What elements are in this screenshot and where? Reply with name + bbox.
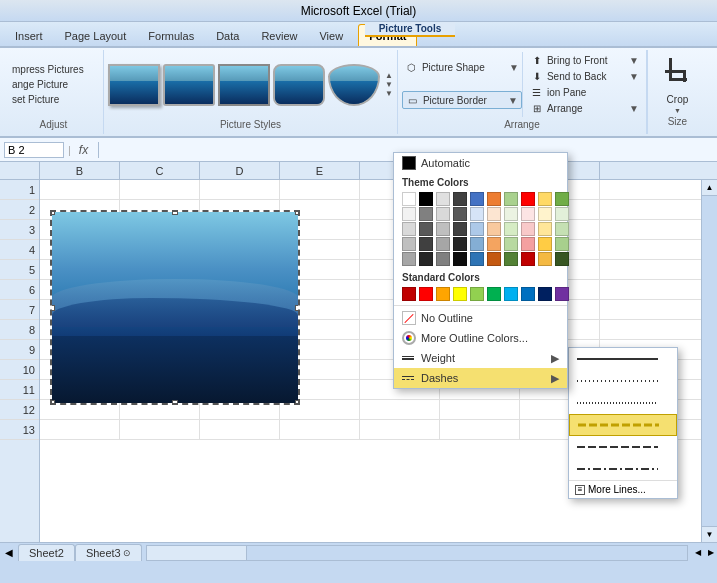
theme-color-44[interactable] [470,252,484,266]
row-12[interactable]: 12 [0,400,39,420]
h-scroll-thumb[interactable] [147,546,247,560]
dash-dotted1[interactable] [569,370,677,392]
handle-mr[interactable] [295,305,300,311]
vertical-scrollbar[interactable]: ▲ ▼ [701,180,717,542]
std-color-3[interactable] [453,287,467,301]
dash-dashed-selected[interactable] [569,414,677,436]
row-13[interactable]: 13 [0,420,39,440]
theme-color-49[interactable] [555,252,569,266]
theme-color-14[interactable] [470,207,484,221]
tab-formulas[interactable]: Formulas [137,24,205,46]
theme-color-13[interactable] [453,207,467,221]
style-thumb-3[interactable] [218,64,270,106]
tab-view[interactable]: View [308,24,354,46]
arrange-btn[interactable]: ⊞ Arrange ▼ [527,101,642,117]
style-thumb-4[interactable] [273,64,325,106]
dropdown-automatic[interactable]: Automatic [394,153,567,173]
theme-color-29[interactable] [555,222,569,236]
row-6[interactable]: 6 [0,280,39,300]
style-scroll[interactable]: ▲ ▼ ▼ [385,71,393,98]
spreadsheet-image[interactable] [50,210,300,405]
tab-insert[interactable]: Insert [4,24,54,46]
style-thumb-1[interactable] [108,64,160,106]
theme-color-39[interactable] [555,237,569,251]
std-color-0[interactable] [402,287,416,301]
more-lines-btn[interactable]: ≡ More Lines... [569,480,677,498]
more-outline-colors-item[interactable]: More Outline Colors... [394,328,567,348]
theme-color-0[interactable] [402,192,416,206]
theme-color-7[interactable] [521,192,535,206]
row-4[interactable]: 4 [0,240,39,260]
theme-color-6[interactable] [504,192,518,206]
theme-color-20[interactable] [402,222,416,236]
h-scroll-right[interactable]: ▶ [705,548,717,557]
dash-dot[interactable] [569,458,677,480]
picture-border-btn[interactable]: ▭ Picture Border ▼ [402,91,522,109]
sheet2-tab[interactable]: Sheet2 [18,544,75,561]
dash-solid[interactable] [569,348,677,370]
theme-color-34[interactable] [470,237,484,251]
change-picture-btn[interactable]: ange Picture [8,78,99,91]
std-color-2[interactable] [436,287,450,301]
picture-shape-btn[interactable]: ⬡ Picture Shape ▼ [402,60,522,76]
scroll-up[interactable]: ▲ [702,180,717,196]
row-5[interactable]: 5 [0,260,39,280]
theme-color-19[interactable] [555,207,569,221]
theme-color-10[interactable] [402,207,416,221]
theme-color-15[interactable] [487,207,501,221]
std-color-1[interactable] [419,287,433,301]
theme-color-32[interactable] [436,237,450,251]
theme-color-27[interactable] [521,222,535,236]
theme-color-21[interactable] [419,222,433,236]
theme-color-40[interactable] [402,252,416,266]
col-B[interactable]: B [40,162,120,179]
row-3[interactable]: 3 [0,220,39,240]
dashes-item[interactable]: Dashes ▶ [394,368,567,388]
theme-color-9[interactable] [555,192,569,206]
theme-color-37[interactable] [521,237,535,251]
theme-color-24[interactable] [470,222,484,236]
theme-color-17[interactable] [521,207,535,221]
style-thumb-2[interactable] [163,64,215,106]
theme-color-16[interactable] [504,207,518,221]
col-D[interactable]: D [200,162,280,179]
row-11[interactable]: 11 [0,380,39,400]
theme-color-31[interactable] [419,237,433,251]
theme-color-43[interactable] [453,252,467,266]
theme-color-36[interactable] [504,237,518,251]
name-box[interactable] [4,142,64,158]
dash-dotted2[interactable] [569,392,677,414]
scroll-down[interactable]: ▼ [702,526,717,542]
h-scroll-btns[interactable]: ◀ ▶ [692,548,717,557]
theme-color-38[interactable] [538,237,552,251]
theme-color-48[interactable] [538,252,552,266]
handle-bl[interactable] [50,400,55,405]
col-E[interactable]: E [280,162,360,179]
crop-icon[interactable] [661,54,693,94]
handle-br[interactable] [295,400,300,405]
std-color-4[interactable] [470,287,484,301]
dash-dashed[interactable] [569,436,677,458]
weight-item[interactable]: Weight ▶ [394,348,567,368]
theme-color-18[interactable] [538,207,552,221]
std-color-6[interactable] [504,287,518,301]
theme-color-41[interactable] [419,252,433,266]
reset-picture-btn[interactable]: set Picture [8,93,99,106]
handle-tc[interactable] [172,210,178,215]
tab-nav[interactable]: ◀ [0,547,18,558]
theme-color-8[interactable] [538,192,552,206]
theme-color-33[interactable] [453,237,467,251]
theme-color-1[interactable] [419,192,433,206]
std-color-5[interactable] [487,287,501,301]
tab-page-layout[interactable]: Page Layout [54,24,138,46]
theme-color-45[interactable] [487,252,501,266]
std-color-7[interactable] [521,287,535,301]
tab-prev[interactable]: ◀ [2,547,16,558]
row-7[interactable]: 7 [0,300,39,320]
theme-color-35[interactable] [487,237,501,251]
row-10[interactable]: 10 [0,360,39,380]
theme-color-2[interactable] [436,192,450,206]
handle-tl[interactable] [50,210,55,215]
theme-color-28[interactable] [538,222,552,236]
tab-data[interactable]: Data [205,24,250,46]
